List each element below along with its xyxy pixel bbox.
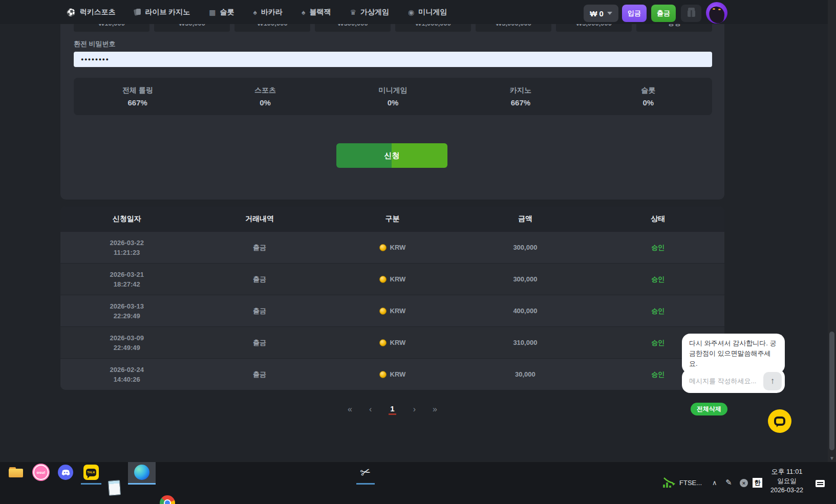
- stat-minigame: 미니게임 0%: [329, 78, 457, 115]
- nav-label: 블랙잭: [309, 8, 331, 17]
- tray-date: 2026-03-22: [764, 486, 810, 495]
- history-table: 신청일자 거래내역 구분 금액 상태 2026-03-2211:21:23 출금…: [60, 207, 724, 390]
- tray-clock[interactable]: 오후 11:01 일요일 2026-03-22: [764, 467, 810, 495]
- tray-show-hidden-icons[interactable]: ∧: [712, 479, 717, 487]
- stat-value: 0%: [260, 98, 271, 107]
- discord-icon[interactable]: [58, 465, 73, 480]
- exchange-form-panel: ₩10,000 ₩50,000 ₩100,000 ₩500,000 ₩1,000…: [60, 10, 724, 200]
- currency: KRW: [390, 339, 406, 346]
- pagination: « ‹ 1 › »: [60, 402, 724, 417]
- cell-amount: 310,000: [459, 327, 591, 358]
- nav-label: 럭키스포츠: [79, 8, 115, 17]
- stat-slot: 슬롯 0%: [585, 78, 712, 115]
- stat-casino: 카지노 667%: [457, 78, 584, 115]
- cell-amount: 30,000: [459, 359, 591, 390]
- chat-clear-all-button[interactable]: 전체삭제: [691, 403, 727, 415]
- nav-label: 가상게임: [360, 8, 389, 17]
- ime-korean-indicator[interactable]: 한: [753, 478, 762, 488]
- stat-label: 카지노: [510, 86, 531, 95]
- page-first-button[interactable]: «: [348, 405, 352, 414]
- table-row: 2026-03-2211:21:23 출금 KRW 300,000 승인: [60, 231, 724, 263]
- stock-ticker-icon[interactable]: [662, 476, 676, 489]
- edge-icon[interactable]: [134, 465, 149, 480]
- nav-label: 라이브 카지노: [145, 8, 190, 17]
- krw-coin-icon: [379, 308, 387, 315]
- chat-fab-button[interactable]: [768, 409, 791, 433]
- speech-bubble-icon: [774, 417, 785, 426]
- balance-dropdown[interactable]: ₩ 0: [584, 5, 618, 22]
- nav-item-baccarat[interactable]: ♠바카라: [253, 8, 283, 17]
- slot-machine-icon: ▦: [209, 8, 216, 16]
- tray-time: 오후 11:01: [764, 467, 810, 476]
- nav-item-virtual-games[interactable]: ♛가상게임: [350, 8, 389, 17]
- date: 2026-03-21: [110, 270, 144, 279]
- page-current[interactable]: 1: [389, 404, 396, 415]
- tray-pen-icon[interactable]: ✎: [725, 478, 732, 487]
- gift-button[interactable]: [681, 5, 701, 22]
- cell-amount: 300,000: [459, 232, 591, 263]
- scrollbar-thumb[interactable]: [829, 332, 834, 450]
- krw-coin-icon: [379, 371, 387, 378]
- table-header-row: 신청일자 거래내역 구분 금액 상태: [60, 207, 724, 231]
- table-row: 2026-02-2414:40:26 출금 KRW 30,000 승인: [60, 358, 724, 390]
- nav-label: 슬롯: [220, 8, 234, 17]
- tray-ticker-label[interactable]: FTSE...: [679, 479, 702, 487]
- page-last-button[interactable]: »: [433, 405, 437, 414]
- stat-value: 0%: [388, 98, 399, 107]
- krw-coin-icon: [379, 276, 387, 283]
- currency: KRW: [390, 244, 406, 251]
- withdraw-button[interactable]: 출금: [651, 5, 676, 22]
- stat-value: 667%: [511, 98, 530, 107]
- cell-currency: KRW: [326, 359, 459, 390]
- notification-center-icon[interactable]: [816, 480, 825, 487]
- time: 22:29:49: [114, 311, 140, 321]
- chat-message-input[interactable]: [689, 377, 763, 385]
- page-prev-button[interactable]: ‹: [369, 405, 372, 414]
- tray-close-icon[interactable]: ×: [740, 479, 748, 487]
- cell-status: 승인: [592, 232, 724, 263]
- nav-item-blackjack[interactable]: ♠블랙잭: [302, 8, 331, 17]
- cell-type: 출금: [193, 264, 326, 295]
- col-header-amount: 금액: [459, 207, 591, 231]
- exchange-password-input[interactable]: [74, 52, 712, 67]
- cell-type: 출금: [193, 232, 326, 263]
- page-next-button[interactable]: ›: [413, 405, 416, 414]
- nav-item-lucky-sports[interactable]: ⚽럭키스포츠: [67, 8, 115, 17]
- crown-icon: ♛: [350, 8, 356, 16]
- cell-date: 2026-03-0922:49:49: [60, 327, 193, 358]
- apply-button[interactable]: 신청: [336, 143, 447, 168]
- kakaotalk-icon[interactable]: TALK: [83, 465, 99, 480]
- user-avatar[interactable]: [706, 2, 727, 24]
- balance-amount: ₩ 0: [590, 9, 604, 18]
- exchange-password-label: 환전 비밀번호: [74, 39, 116, 49]
- tray-day: 일요일: [764, 476, 810, 486]
- krw-coin-icon: [379, 244, 387, 251]
- cell-type: 출금: [193, 295, 326, 326]
- scrollbar-down-arrow[interactable]: ▼: [828, 454, 836, 462]
- stat-label: 미니게임: [379, 86, 408, 95]
- chat-send-button[interactable]: ↑: [763, 372, 782, 390]
- cell-date: 2026-03-2211:21:23: [60, 232, 193, 263]
- page-scrollbar: ▼: [828, 0, 836, 462]
- nav-item-slots[interactable]: ▦슬롯: [209, 8, 234, 17]
- cell-currency: KRW: [326, 264, 459, 295]
- nav-item-live-casino[interactable]: 라이브 카지노: [134, 8, 190, 17]
- nav-item-minigames[interactable]: ◉미니게임: [408, 8, 447, 17]
- edge-active-indicator: [128, 483, 156, 485]
- deposit-button[interactable]: 입금: [622, 5, 647, 22]
- cell-date: 2026-03-1322:29:49: [60, 295, 193, 326]
- date: 2026-03-22: [110, 238, 144, 248]
- soccer-ball-icon: ⚽: [67, 8, 75, 16]
- notepad-icon[interactable]: [106, 480, 122, 495]
- col-header-category: 구분: [326, 207, 459, 231]
- file-explorer-icon[interactable]: [8, 465, 24, 480]
- kakaotalk-running-indicator: [81, 483, 101, 485]
- gift-icon: [688, 10, 695, 17]
- table-row: 2026-03-0922:49:49 출금 KRW 310,000 승인: [60, 326, 724, 358]
- cell-amount: 400,000: [459, 295, 591, 326]
- stat-sports: 스포츠 0%: [201, 78, 329, 115]
- osu-icon[interactable]: osu!: [33, 465, 49, 480]
- currency: KRW: [390, 275, 406, 283]
- nav-label: 바카라: [261, 8, 283, 17]
- cell-type: 출금: [193, 359, 326, 390]
